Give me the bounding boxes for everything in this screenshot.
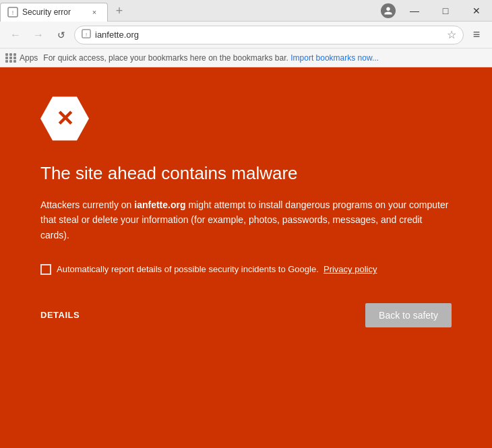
x-mark-icon: ✕: [56, 108, 74, 129]
title-bar-controls: — □ ✕: [377, 0, 492, 22]
error-shield: ✕: [40, 94, 89, 143]
reload-button[interactable]: ↺: [51, 25, 71, 45]
forward-button[interactable]: →: [28, 25, 49, 45]
browser-tab[interactable]: ! Security error ×: [0, 3, 108, 22]
profile-button[interactable]: [377, 0, 399, 22]
new-tab-button[interactable]: +: [111, 3, 128, 20]
star-button[interactable]: ☆: [447, 28, 456, 41]
details-button[interactable]: DETAILS: [40, 310, 80, 320]
url-text: ianfette.org: [95, 30, 447, 40]
bottom-row: DETAILS Back to safety: [40, 303, 452, 327]
nav-bar: ← → ↺ ! ianfette.org ☆ ≡: [0, 22, 492, 49]
title-bar: ! Security error × + — □ ✕: [0, 0, 492, 22]
error-desc-prefix: Attackers currently on: [40, 199, 134, 210]
apps-label: Apps: [20, 53, 38, 63]
apps-button[interactable]: Apps: [5, 53, 38, 63]
error-icon: ✕: [40, 94, 89, 143]
bookmarks-bar: Apps For quick access, place your bookma…: [0, 49, 492, 67]
menu-button[interactable]: ≡: [466, 25, 487, 45]
address-actions: ☆: [447, 28, 456, 41]
back-to-safety-button[interactable]: Back to safety: [365, 303, 452, 327]
tab-close-button[interactable]: ×: [88, 6, 100, 18]
svg-text:!: !: [12, 9, 14, 16]
error-title: The site ahead contains malware: [40, 163, 298, 184]
maximize-button[interactable]: □: [430, 0, 461, 22]
report-checkbox[interactable]: [40, 264, 51, 275]
address-bar[interactable]: ! ianfette.org ☆: [74, 26, 464, 44]
error-page: ✕ The site ahead contains malware Attack…: [0, 67, 492, 448]
tab-title: Security error: [22, 7, 86, 17]
tab-strip: ! Security error × +: [0, 0, 128, 22]
import-bookmarks-link[interactable]: Import bookmarks now...: [290, 53, 379, 63]
tab-favicon: !: [7, 7, 18, 18]
address-bar-icon: !: [82, 29, 91, 40]
privacy-policy-link[interactable]: Privacy policy: [324, 264, 377, 274]
minimize-button[interactable]: —: [399, 0, 430, 22]
title-bar-left: ! Security error × +: [0, 0, 377, 22]
error-site-name: ianfette.org: [134, 199, 185, 210]
bookmarks-message: For quick access, place your bookmarks h…: [43, 53, 288, 63]
close-button[interactable]: ✕: [461, 0, 492, 22]
error-description: Attackers currently on ianfette.org migh…: [40, 197, 452, 243]
svg-text:!: !: [86, 32, 87, 38]
apps-grid-icon: [5, 53, 17, 63]
back-button[interactable]: ←: [5, 25, 26, 45]
report-checkbox-row: Automatically report details of possible…: [40, 263, 377, 276]
report-label: Automatically report details of possible…: [57, 263, 377, 276]
